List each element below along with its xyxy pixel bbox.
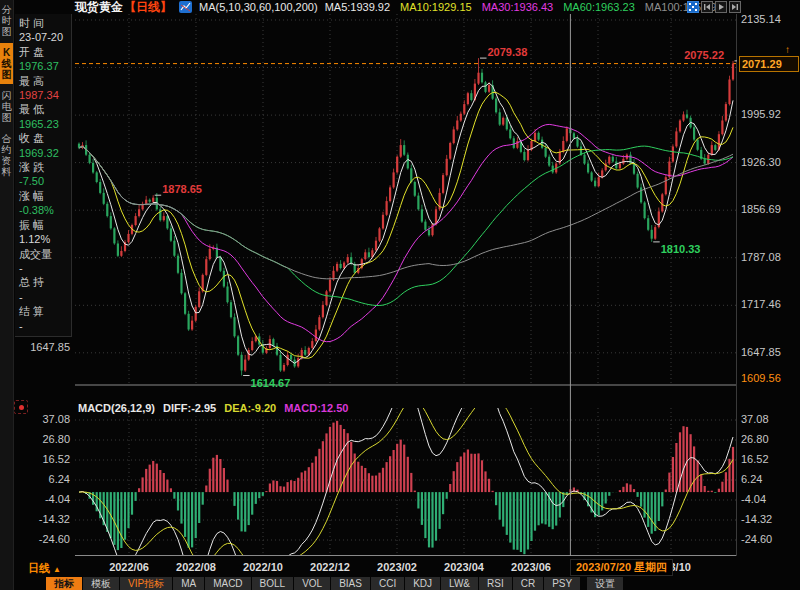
y-axis-label: 1717.46: [741, 298, 796, 310]
toolbar-tab-cci[interactable]: CCI: [371, 577, 404, 590]
play-icon[interactable]: [715, 1, 727, 13]
side-tab-time-share[interactable]: 分时图: [0, 0, 13, 41]
quote-value: -0.38%: [19, 203, 71, 217]
header-icons: [687, 1, 741, 13]
price-annotation: 2075.22: [684, 49, 724, 61]
toolbar-tab-kdj[interactable]: KDJ: [405, 577, 440, 590]
indicator-toolbar: 指标模板VIP指标MAMACDBOLLVOLBIASCCIKDJLW&RSICR…: [46, 577, 623, 590]
triangle-up-icon: ▲: [53, 565, 61, 574]
quote-value: -: [19, 290, 71, 304]
macd-axis-label: -14.32: [741, 513, 796, 525]
price-annotation: 1810.33: [661, 243, 701, 255]
y-axis-label: 1787.08: [741, 251, 796, 263]
macd-axis-label: 37.08: [20, 413, 70, 425]
toolbar-tab-settings[interactable]: 设置: [587, 577, 623, 590]
side-tab-strip: 分时图K线图闪电图合约资料: [0, 0, 14, 590]
toolbar-tab-ma[interactable]: MA: [173, 577, 204, 590]
toolbar-tab-psy[interactable]: PSY: [544, 577, 580, 590]
crosshair-date-box: 2023/07/20 星期四: [570, 559, 673, 576]
ma-value: MA60:1963.23: [563, 1, 635, 13]
x-axis-label: 2023/04: [444, 561, 484, 573]
left-axis-label: 1647.85: [20, 341, 70, 353]
x-axis-label: 2023/02: [377, 561, 417, 573]
x-axis-label: 2022/06: [109, 561, 149, 573]
quote-value: 1965.23: [19, 117, 71, 131]
price-annotation: 1614.67: [251, 377, 291, 389]
toolbar-tab-cr[interactable]: CR: [513, 577, 543, 590]
price-up-arrow-icon: ↑: [785, 44, 790, 55]
quote-value: -: [19, 319, 71, 333]
toolbar-tab-indicators[interactable]: 指标: [46, 577, 82, 590]
ma-params: MA(5,10,30,60,100,200): [199, 1, 318, 13]
macd-axis-label: -4.04: [741, 493, 796, 505]
toolbar-tab-vip[interactable]: VIP指标: [120, 577, 172, 590]
macd-axis-label: -24.60: [20, 533, 70, 545]
x-axis-label: 2022/10: [243, 561, 283, 573]
quote-value: 1969.32: [19, 146, 71, 160]
macd-diff-value: DIFF:-2.95: [163, 402, 216, 414]
price-annotation: 2079.38: [488, 46, 528, 58]
quote-label: 最 高: [19, 74, 71, 88]
current-price-label: 2071.29: [739, 56, 799, 72]
ma-value: MA10:1929.15: [400, 1, 472, 13]
y-axis-label: 1856.69: [741, 203, 796, 215]
toolbar-tab-lwr[interactable]: LW&: [441, 577, 478, 590]
macd-axis-label: 16.52: [20, 453, 70, 465]
macd-axis-label: -24.60: [741, 533, 796, 545]
side-tab-lightning[interactable]: 闪电图: [0, 86, 13, 127]
macd-axis-label: 16.52: [741, 453, 796, 465]
toolbar-tab-bias[interactable]: BIAS: [331, 577, 370, 590]
toolbar-tab-templates[interactable]: 模板: [83, 577, 119, 590]
indicator-marker-icon[interactable]: [14, 400, 28, 414]
kline-chart[interactable]: 2079.382075.221878.651810.331614.67: [75, 14, 737, 556]
macd-axis-label: 26.80: [741, 433, 796, 445]
x-axis-label: 2022/08: [176, 561, 216, 573]
quote-label: 收 盘: [19, 131, 71, 145]
step-back-icon[interactable]: [701, 1, 713, 13]
x-axis-label: 2023/06: [511, 561, 551, 573]
chart-header: 现货黄金 【日线】 MA(5,10,30,60,100,200) MA5:193…: [75, 0, 716, 14]
side-tab-kline[interactable]: K线图: [0, 43, 13, 84]
macd-macd-value: MACD:12.50: [284, 402, 348, 414]
side-tab-contract[interactable]: 合约资料: [0, 129, 13, 181]
toolbar-tab-boll[interactable]: BOLL: [252, 577, 294, 590]
quote-label: 最 低: [19, 102, 71, 116]
macd-axis-label: -14.32: [20, 513, 70, 525]
quote-value: -: [19, 261, 71, 275]
chart-type-icon: [179, 1, 192, 13]
macd-dea-value: DEA:-9.20: [224, 402, 276, 414]
quote-label: 涨 跌: [19, 160, 71, 174]
quote-label: 振 幅: [19, 218, 71, 232]
price-annotation: 1878.65: [162, 183, 202, 195]
layout-grid-icon[interactable]: [687, 1, 699, 13]
toolbar-tab-vol[interactable]: VOL: [294, 577, 330, 590]
toolbar-tab-macd[interactable]: MACD: [205, 577, 250, 590]
ma-values: MA5:1939.92MA10:1929.15MA30:1936.43MA60:…: [325, 1, 717, 13]
quote-label: 总 持: [19, 275, 71, 289]
y-axis-label: 1995.92: [741, 108, 796, 120]
app-window: 分时图K线图闪电图合约资料 现货黄金 【日线】 MA(5,10,30,60,10…: [0, 0, 800, 590]
period-label[interactable]: 日线 ▲: [28, 561, 61, 576]
y-axis-label: 1647.85: [741, 346, 796, 358]
y-axis-label: 1926.30: [741, 156, 796, 168]
macd-dea-line: [79, 395, 733, 556]
quote-label: 涨 幅: [19, 189, 71, 203]
quote-label: 开 盘: [19, 45, 71, 59]
ma-value: MA5:1939.92: [325, 1, 390, 13]
y-axis-label: 2135.14: [741, 13, 796, 25]
quote-value: 23-07-20: [19, 30, 71, 44]
macd-axis-label: -4.04: [20, 493, 70, 505]
macd-axis-label: 6.24: [20, 473, 70, 485]
step-forward-icon[interactable]: [729, 1, 741, 13]
toolbar-tab-rsi[interactable]: RSI: [479, 577, 512, 590]
x-axis-label: 2022/12: [310, 561, 350, 573]
macd-axis-label: 26.80: [20, 433, 70, 445]
quote-label: 成交量: [19, 247, 71, 261]
quote-value: 1.12%: [19, 232, 71, 246]
macd-axis-label: 6.24: [741, 473, 796, 485]
ma-value: MA30:1936.43: [482, 1, 554, 13]
quote-value: -7.50: [19, 174, 71, 188]
chart-canvas[interactable]: 2079.382075.221878.651810.331614.67: [75, 14, 737, 556]
quote-value: 1987.34: [19, 88, 71, 102]
quote-panel: 时 间23-07-20开 盘1976.37最 高1987.34最 低1965.2…: [15, 14, 72, 337]
